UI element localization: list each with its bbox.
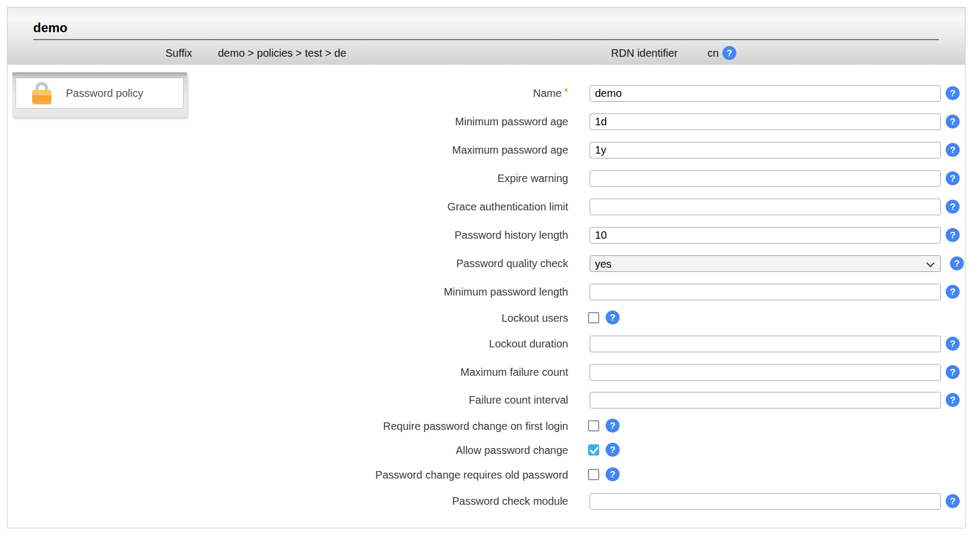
suffix-label: Suffix — [165, 47, 192, 59]
form-row-password-quality-check: Password quality check yes ? — [7, 255, 965, 272]
minimum-password-length-input[interactable] — [590, 284, 941, 300]
password-history-length-input[interactable] — [590, 227, 941, 244]
form-row-maximum-password-age: Maximum password age ? — [7, 142, 965, 158]
required-marker: * — [564, 86, 568, 97]
maximum-failure-count-input[interactable] — [590, 364, 941, 381]
rdn-identifier-value: cn — [707, 47, 719, 59]
form-row-password-check-module: Password check module ? — [7, 493, 965, 510]
form-row-minimum-password-age: Minimum password age ? — [7, 113, 965, 130]
field-label: Name* — [7, 85, 568, 102]
form-row-failure-count-interval: Failure count interval ? — [7, 392, 965, 408]
page-title: demo — [33, 20, 67, 35]
breadcrumb: demo > policies > test > de — [218, 47, 346, 59]
field-label: Password check module — [7, 493, 568, 510]
form-row-lockout-users: Lockout users ? — [7, 312, 965, 324]
minimum-password-age-input[interactable] — [590, 113, 941, 130]
field-label: Minimum password length — [7, 284, 568, 300]
field-label: Maximum failure count — [7, 364, 568, 381]
field-label: Password quality check — [7, 255, 568, 272]
help-icon[interactable]: ? — [606, 467, 620, 481]
lockout-duration-input[interactable] — [590, 336, 941, 352]
rdn-identifier-label: RDN identifier — [611, 47, 677, 59]
form-row-password-change-requires-old-password: Password change requires old password ? — [7, 469, 965, 481]
help-icon[interactable]: ? — [946, 494, 960, 508]
help-icon[interactable]: ? — [946, 337, 960, 351]
field-label: Minimum password age — [7, 113, 568, 130]
password-check-module-input[interactable] — [590, 493, 941, 510]
form-row-grace-authentication-limit: Grace authentication limit ? — [7, 199, 965, 215]
help-icon[interactable]: ? — [606, 419, 620, 433]
help-icon[interactable]: ? — [946, 143, 960, 157]
field-label: Maximum password age — [7, 142, 568, 158]
field-label: Lockout users — [7, 312, 568, 324]
form-row-name: Name* ? — [7, 85, 965, 102]
help-icon[interactable]: ? — [946, 200, 960, 214]
lockout-users-checkbox[interactable] — [588, 312, 599, 323]
field-label: Expire warning — [7, 170, 568, 187]
form-row-lockout-duration: Lockout duration ? — [7, 336, 965, 352]
form-row-expire-warning: Expire warning ? — [7, 170, 965, 187]
help-icon[interactable]: ? — [606, 443, 620, 457]
field-label: Grace authentication limit — [7, 199, 568, 215]
form-row-allow-password-change: Allow password change ? — [7, 444, 965, 456]
failure-count-interval-input[interactable] — [590, 392, 941, 408]
password-quality-check-select[interactable]: yes — [590, 255, 941, 272]
field-label: Password history length — [7, 227, 568, 244]
form-row-maximum-failure-count: Maximum failure count ? — [7, 364, 965, 381]
help-icon[interactable]: ? — [946, 285, 960, 299]
form-row-minimum-password-length: Minimum password length ? — [7, 284, 965, 300]
grace-authentication-limit-input[interactable] — [590, 199, 941, 215]
help-icon[interactable]: ? — [946, 171, 960, 185]
help-icon[interactable]: ? — [946, 228, 960, 242]
field-label: Require password change on first login — [7, 420, 568, 432]
help-icon[interactable]: ? — [606, 310, 620, 324]
title-divider — [33, 39, 939, 40]
name-input[interactable] — [590, 85, 941, 102]
form-row-require-password-change-on-first-login: Require password change on first login ? — [7, 420, 965, 432]
password-change-requires-old-password-checkbox[interactable] — [588, 469, 599, 480]
form-row-password-history-length: Password history length ? — [7, 227, 965, 244]
field-label: Lockout duration — [7, 336, 568, 352]
help-icon[interactable]: ? — [946, 365, 960, 379]
help-icon[interactable]: ? — [722, 46, 736, 60]
help-icon[interactable]: ? — [946, 86, 960, 100]
help-icon[interactable]: ? — [946, 115, 960, 128]
help-icon[interactable]: ? — [950, 256, 964, 270]
expire-warning-input[interactable] — [590, 170, 941, 187]
field-label: Failure count interval — [7, 392, 568, 408]
field-label: Allow password change — [7, 444, 568, 456]
field-label: Password change requires old password — [7, 469, 568, 481]
help-icon[interactable]: ? — [946, 393, 960, 407]
maximum-password-age-input[interactable] — [590, 142, 941, 158]
require-password-change-on-first-login-checkbox[interactable] — [588, 420, 599, 431]
header-band: demo Suffix demo > policies > test > de … — [7, 7, 965, 65]
content-frame: demo Suffix demo > policies > test > de … — [7, 7, 966, 528]
allow-password-change-checkbox[interactable] — [588, 444, 599, 456]
